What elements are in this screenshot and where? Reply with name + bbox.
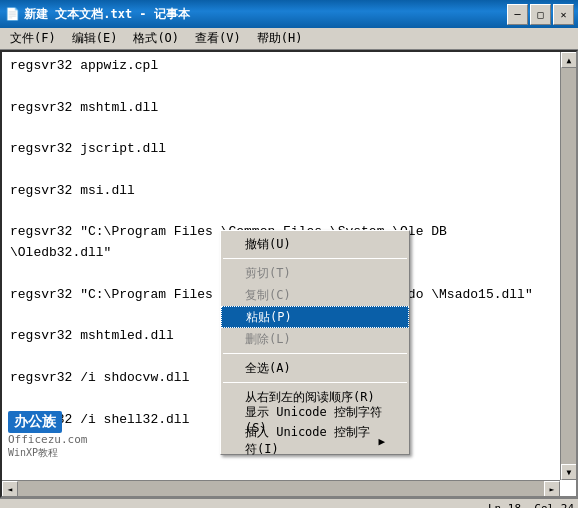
window-controls: ─ □ ✕: [507, 4, 574, 25]
status-bar: Ln 18, Col 24: [0, 498, 578, 508]
context-menu-item-label: 插入 Unicode 控制字符(I): [245, 424, 370, 458]
menu-separator: [223, 258, 407, 259]
context-menu: 撤销(U)剪切(T)复制(C)粘贴(P)删除(L)全选(A)从右到左的阅读顺序(…: [220, 230, 410, 455]
title-text: 新建 文本文档.txt - 记事本: [24, 6, 507, 23]
watermark-logo: 办公族: [8, 411, 62, 433]
menu-help[interactable]: 帮助(H): [249, 29, 311, 49]
context-menu-item-label: 删除(L): [245, 331, 291, 348]
context-menu-item: 剪切(T): [221, 262, 409, 284]
app-icon: 📄: [4, 6, 20, 22]
context-menu-item[interactable]: 撤销(U): [221, 233, 409, 255]
context-menu-item[interactable]: 粘贴(P): [221, 306, 409, 328]
horizontal-scrollbar[interactable]: ◄ ►: [2, 480, 560, 496]
context-menu-item-label: 粘贴(P): [246, 309, 292, 326]
menu-file[interactable]: 文件(F): [2, 29, 64, 49]
scroll-up-button[interactable]: ▲: [561, 52, 577, 68]
context-menu-item-label: 撤销(U): [245, 236, 291, 253]
scroll-track-h[interactable]: [18, 481, 544, 496]
watermark-brand: WinXP教程: [8, 446, 58, 460]
close-button[interactable]: ✕: [553, 4, 574, 25]
menu-separator: [223, 353, 407, 354]
context-menu-item-label: 全选(A): [245, 360, 291, 377]
scroll-right-button[interactable]: ►: [544, 481, 560, 497]
minimize-button[interactable]: ─: [507, 4, 528, 25]
menu-edit[interactable]: 编辑(E): [64, 29, 126, 49]
context-menu-item[interactable]: 全选(A): [221, 357, 409, 379]
menu-format[interactable]: 格式(O): [125, 29, 187, 49]
menu-bar: 文件(F) 编辑(E) 格式(O) 查看(V) 帮助(H): [0, 28, 578, 50]
menu-view[interactable]: 查看(V): [187, 29, 249, 49]
scroll-track-v[interactable]: [561, 68, 576, 464]
context-menu-item-label: 复制(C): [245, 287, 291, 304]
vertical-scrollbar[interactable]: ▲ ▼: [560, 52, 576, 480]
watermark: 办公族 Officezu.com WinXP教程: [8, 411, 87, 460]
menu-separator: [223, 382, 407, 383]
scroll-down-button[interactable]: ▼: [561, 464, 577, 480]
maximize-button[interactable]: □: [530, 4, 551, 25]
title-bar: 📄 新建 文本文档.txt - 记事本 ─ □ ✕: [0, 0, 578, 28]
context-menu-item: 复制(C): [221, 284, 409, 306]
context-menu-item-label: 剪切(T): [245, 265, 291, 282]
context-menu-item: 删除(L): [221, 328, 409, 350]
status-position: Ln 18, Col 24: [488, 502, 574, 508]
watermark-site: Officezu.com: [8, 433, 87, 446]
context-menu-item-shortcut: ▶: [378, 435, 385, 448]
content-area: regsvr32 appwiz.cpl regsvr32 mshtml.dll …: [0, 50, 578, 498]
scroll-left-button[interactable]: ◄: [2, 481, 18, 497]
